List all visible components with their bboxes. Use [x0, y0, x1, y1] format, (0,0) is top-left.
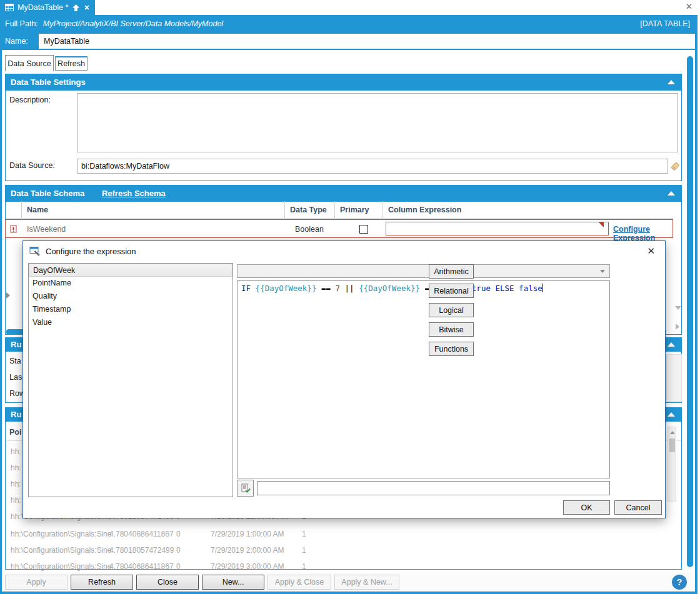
scroll-right-icon[interactable] — [676, 324, 679, 330]
collapse-arrow-icon[interactable] — [668, 412, 675, 417]
footer-bar: Apply Refresh Close New... Apply & Close… — [2, 572, 695, 592]
full-path-label: Full Path: — [5, 19, 38, 28]
tab-data-source[interactable]: Data Source — [5, 55, 54, 71]
expression-editor[interactable]: IF {{DayOfWeek}} == 7 || {{DayOfWeek}} =… — [237, 280, 610, 478]
current-row-indicator-icon — [6, 292, 10, 299]
collapse-arrow-icon[interactable] — [668, 80, 675, 84]
promote-up-icon[interactable] — [72, 4, 80, 12]
application-window: MyDataTable * ✕ ✕ Full Path: MyProject/A… — [0, 0, 700, 594]
list-item-timestamp[interactable]: Timestamp — [29, 303, 232, 316]
list-item-pointname[interactable]: PointName — [29, 277, 232, 290]
schema-grid-header: Name Data Type Primary Key Column Expres… — [6, 201, 673, 219]
row-selector-header — [6, 201, 22, 219]
description-textarea[interactable] — [77, 93, 678, 152]
list-item-value[interactable]: Value — [29, 316, 232, 329]
validate-expression-button[interactable] — [237, 480, 254, 497]
doc-type-badge: [DATA TABLE] — [640, 19, 692, 28]
col-header-data-type[interactable]: Data Type — [285, 201, 335, 219]
error-corner-icon — [599, 222, 604, 227]
row-error-icon — [10, 225, 18, 233]
configure-expression-dialog: Configure the expression ✕ DayOfWeek Poi… — [22, 240, 666, 518]
new-button[interactable]: New... — [202, 575, 264, 590]
name-label: Name: — [5, 37, 28, 46]
document-tab[interactable]: MyDataTable * ✕ — [0, 0, 95, 15]
list-item-dayofweek[interactable]: DayOfWeek — [29, 264, 232, 277]
scroll-thumb[interactable] — [669, 438, 675, 452]
collapse-arrow-icon[interactable] — [668, 191, 675, 196]
col-header-primary-key[interactable]: Primary Key — [335, 201, 383, 219]
scroll-up-icon[interactable] — [670, 431, 675, 434]
scroll-down-icon[interactable] — [675, 306, 681, 310]
tab-refresh[interactable]: Refresh — [55, 56, 88, 71]
table-grid-icon — [5, 4, 14, 11]
document-tab-title: MyDataTable * — [18, 3, 68, 12]
dialog-close-icon[interactable]: ✕ — [647, 245, 655, 257]
name-input[interactable] — [39, 34, 695, 49]
settings-header: Data Table Settings — [6, 74, 681, 91]
window-right-border — [695, 50, 698, 594]
schema-row-isweekend[interactable]: IsWeekend Boolean Configure Expression — [5, 219, 673, 238]
logical-button[interactable]: Logical — [429, 303, 474, 317]
function-dropdown[interactable] — [237, 264, 610, 278]
point-column-header: Poi — [9, 428, 21, 437]
cell-data-type: Boolean — [295, 225, 324, 234]
cell-name: IsWeekend — [27, 225, 66, 234]
collapse-arrow-icon[interactable] — [668, 342, 675, 347]
vertical-scrollbar[interactable] — [687, 56, 693, 567]
functions-button[interactable]: Functions — [429, 342, 474, 356]
document-tabstrip: MyDataTable * ✕ ✕ — [0, 0, 698, 15]
chevron-down-icon — [600, 270, 605, 273]
col-header-name[interactable]: Name — [22, 201, 285, 219]
full-path-value: MyProject/AnalytiX/BI Server/Data Models… — [43, 19, 223, 28]
help-button[interactable]: ? — [672, 575, 687, 590]
col-header-column-expression[interactable]: Column Expression — [383, 201, 673, 219]
apply-and-close-button[interactable]: Apply & Close — [268, 575, 331, 590]
refresh-button[interactable]: Refresh — [71, 575, 133, 590]
apply-and-new-button[interactable]: Apply & New... — [334, 575, 399, 590]
configure-expression-link[interactable]: Configure Expression — [613, 225, 672, 242]
text-cursor — [542, 284, 543, 292]
apply-button[interactable]: Apply — [5, 575, 68, 590]
full-path-bar: Full Path: MyProject/AnalytiX/BI Server/… — [0, 15, 698, 32]
mini-scrollbar[interactable] — [668, 427, 676, 502]
cancel-button[interactable]: Cancel — [614, 500, 662, 515]
schema-header: Data Table Schema Refresh Schema — [6, 186, 681, 202]
refresh-schema-link[interactable]: Refresh Schema — [102, 189, 166, 198]
data-table-settings-group: Data Table Settings Description: Data So… — [5, 74, 682, 181]
primary-key-checkbox[interactable] — [359, 225, 368, 234]
arithmetic-button[interactable]: Arithmetic — [429, 264, 474, 279]
column-expression-input[interactable] — [386, 222, 609, 235]
status-label: Sta — [9, 357, 21, 365]
name-bar: Name: — [0, 32, 698, 50]
dialog-title: Configure the expression — [29, 246, 136, 256]
listbox-edge — [666, 354, 682, 402]
window-bottom-border — [0, 592, 698, 594]
fields-list[interactable]: DayOfWeek PointName Quality Timestamp Va… — [28, 263, 233, 497]
ok-button[interactable]: OK — [563, 500, 610, 515]
data-source-input[interactable] — [77, 159, 668, 174]
tag-icon[interactable] — [669, 161, 681, 172]
close-button[interactable]: Close — [136, 575, 199, 590]
expression-wrench-icon — [29, 246, 41, 256]
relational-button[interactable]: Relational — [429, 284, 474, 298]
validation-result-input[interactable] — [257, 481, 610, 495]
list-item-quality[interactable]: Quality — [29, 290, 232, 303]
bitwise-button[interactable]: Bitwise — [429, 322, 474, 337]
description-label: Description: — [9, 96, 51, 104]
window-left-border — [0, 50, 2, 594]
document-check-icon — [241, 483, 251, 493]
tab-close-icon[interactable]: ✕ — [84, 4, 89, 12]
window-close-icon[interactable]: ✕ — [686, 2, 692, 11]
last-label: Las — [9, 373, 22, 382]
data-source-label: Data Source: — [9, 161, 55, 170]
